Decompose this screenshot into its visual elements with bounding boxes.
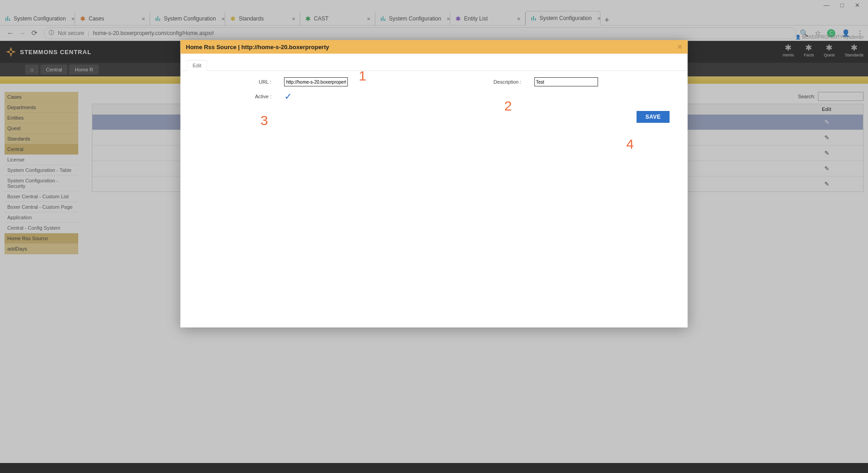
modal-title: Home Rss Source | http://home-s-20.boxer… — [186, 44, 329, 50]
active-checkmark-icon[interactable]: ✓ — [284, 91, 292, 102]
annotation-number-1: 1 — [359, 68, 367, 84]
url-label: URL : — [193, 79, 284, 85]
url-input[interactable] — [284, 77, 348, 86]
annotation-number-2: 2 — [505, 98, 512, 114]
annotation-number-4: 4 — [626, 136, 634, 152]
modal-close-button[interactable]: × — [677, 42, 682, 52]
save-button[interactable]: SAVE — [637, 111, 670, 123]
modal-dialog: Home Rss Source | http://home-s-20.boxer… — [181, 40, 688, 327]
description-input[interactable] — [534, 77, 598, 86]
field-url: URL : — [193, 77, 425, 86]
active-label: Active : — [193, 94, 284, 99]
modal-form: URL : Description : Active : ✓ — [181, 71, 688, 108]
field-active: Active : ✓ — [193, 91, 425, 102]
modal-tab-edit[interactable]: Edit — [187, 60, 207, 71]
modal-titlebar: Home Rss Source | http://home-s-20.boxer… — [181, 40, 688, 54]
field-description: Description : — [443, 77, 675, 86]
description-label: Description : — [443, 79, 534, 85]
modal-tabbar: Edit — [181, 54, 688, 71]
annotation-number-3: 3 — [261, 113, 268, 128]
